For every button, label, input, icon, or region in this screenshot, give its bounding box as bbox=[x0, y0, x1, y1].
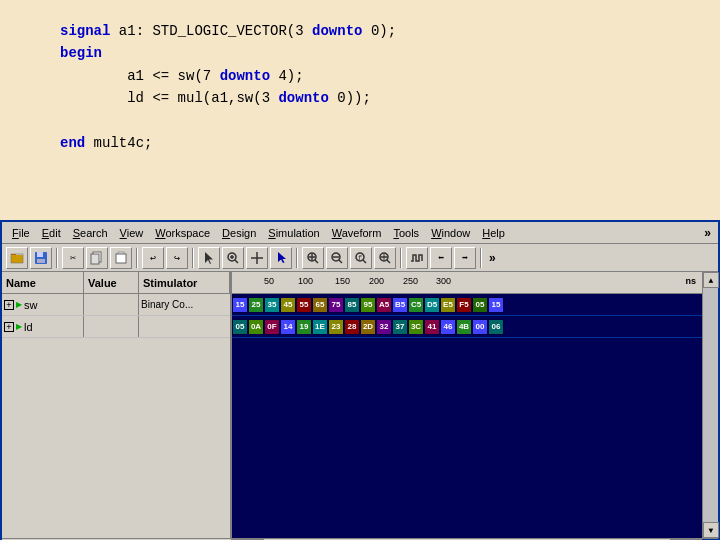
ruler-50: 50 bbox=[264, 276, 274, 286]
code-display: signal a1: STD_LOGIC_VECTOR(3 downto 0);… bbox=[0, 0, 720, 220]
signal-header: Name Value Stimulator bbox=[2, 272, 230, 294]
expand-ld[interactable]: + bbox=[4, 322, 14, 332]
toolbar-wave1-btn[interactable] bbox=[406, 247, 428, 269]
ld-wave-cell-10: 37 bbox=[392, 319, 408, 335]
ld-wave-cell-1: 0A bbox=[248, 319, 264, 335]
sw-wave-cell-6: 75 bbox=[328, 297, 344, 313]
menu-waveform[interactable]: Waveform bbox=[326, 225, 388, 241]
ld-wave-cell-16: 06 bbox=[488, 319, 504, 335]
code-line-2: begin bbox=[60, 42, 690, 64]
arrow-ld: ▶ bbox=[16, 322, 22, 331]
svg-rect-7 bbox=[91, 254, 99, 264]
v-scroll-track bbox=[703, 288, 718, 522]
menu-tools[interactable]: Tools bbox=[387, 225, 425, 241]
wave-cells-ld: 050A0F14191E23282D32373C41464B0006 bbox=[232, 318, 504, 336]
sw-wave-cell-7: 85 bbox=[344, 297, 360, 313]
ld-wave-cell-6: 23 bbox=[328, 319, 344, 335]
menu-design[interactable]: Design bbox=[216, 225, 262, 241]
menu-overflow[interactable]: » bbox=[701, 226, 714, 240]
code-line-1: signal a1: STD_LOGIC_VECTOR(3 downto 0); bbox=[60, 20, 690, 42]
sw-wave-cell-8: 95 bbox=[360, 297, 376, 313]
sw-wave-cell-9: A5 bbox=[376, 297, 392, 313]
svg-line-21 bbox=[315, 260, 318, 263]
sw-wave-cell-15: 05 bbox=[472, 297, 488, 313]
signal-name-ld: + ▶ ld bbox=[2, 316, 84, 337]
toolbar-zoom-full-btn[interactable] bbox=[374, 247, 396, 269]
menu-window[interactable]: Window bbox=[425, 225, 476, 241]
col-header-value: Value bbox=[84, 272, 139, 293]
svg-rect-4 bbox=[37, 252, 43, 257]
menu-file[interactable]: File bbox=[6, 225, 36, 241]
ld-wave-cell-12: 41 bbox=[424, 319, 440, 335]
sw-value bbox=[84, 294, 139, 315]
sw-wave-cell-11: C5 bbox=[408, 297, 424, 313]
sw-wave-cell-14: F5 bbox=[456, 297, 472, 313]
signal-name-sw: + ▶ sw bbox=[2, 294, 84, 315]
sw-wave-cell-10: B5 bbox=[392, 297, 408, 313]
toolbar-undo-btn[interactable]: ↩ bbox=[142, 247, 164, 269]
toolbar-select-btn[interactable] bbox=[198, 247, 220, 269]
ld-wave-cell-13: 46 bbox=[440, 319, 456, 335]
menu-simulation[interactable]: Simulation bbox=[262, 225, 325, 241]
waveform-container: Name Value Stimulator + ▶ sw Binary Co..… bbox=[2, 272, 718, 538]
ld-wave-cell-7: 28 bbox=[344, 319, 360, 335]
ruler-250: 250 bbox=[403, 276, 418, 286]
toolbar-zoom-out-btn[interactable] bbox=[326, 247, 348, 269]
toolbar-wave2-btn[interactable]: ⬅ bbox=[430, 247, 452, 269]
v-scrollbar: ▲ ▼ bbox=[702, 272, 718, 538]
menu-help[interactable]: Help bbox=[476, 225, 511, 241]
svg-text:f: f bbox=[358, 254, 362, 262]
toolbar: ✂ ↩ ↪ f bbox=[2, 244, 718, 272]
sw-wave-cell-2: 35 bbox=[264, 297, 280, 313]
ruler-content: 50 100 150 200 250 300 ns bbox=[236, 272, 698, 293]
ruler-150: 150 bbox=[335, 276, 350, 286]
sw-wave-cell-4: 55 bbox=[296, 297, 312, 313]
v-scroll-up-btn[interactable]: ▲ bbox=[703, 272, 719, 288]
toolbar-sep-6 bbox=[480, 248, 482, 268]
sw-stimulator: Binary Co... bbox=[139, 294, 230, 315]
menu-search[interactable]: Search bbox=[67, 225, 114, 241]
sw-wave-cell-16: 15 bbox=[488, 297, 504, 313]
ld-stimulator bbox=[139, 316, 230, 337]
toolbar-open-btn[interactable] bbox=[6, 247, 28, 269]
ruler-300: 300 bbox=[436, 276, 451, 286]
svg-rect-1 bbox=[11, 255, 23, 263]
toolbar-copy-btn[interactable] bbox=[86, 247, 108, 269]
svg-marker-17 bbox=[278, 252, 286, 263]
svg-line-14 bbox=[235, 260, 238, 263]
ld-wave-cell-11: 3C bbox=[408, 319, 424, 335]
toolbar-cut-btn[interactable]: ✂ bbox=[62, 247, 84, 269]
wave-cells-sw: 152535455565758595A5B5C5D5E5F50515 bbox=[232, 296, 504, 314]
menu-edit[interactable]: Edit bbox=[36, 225, 67, 241]
toolbar-wave3-btn[interactable]: ➡ bbox=[454, 247, 476, 269]
ld-wave-cell-8: 2D bbox=[360, 319, 376, 335]
menu-bar: File Edit Search View Workspace Design S… bbox=[2, 222, 718, 244]
toolbar-zoom-fit-btn[interactable]: f bbox=[350, 247, 372, 269]
toolbar-save-btn[interactable] bbox=[30, 247, 52, 269]
toolbar-sep-4 bbox=[296, 248, 298, 268]
toolbar-paste-btn[interactable] bbox=[110, 247, 132, 269]
wave-ruler: 50 100 150 200 250 300 ns bbox=[232, 272, 702, 294]
sw-wave-cell-13: E5 bbox=[440, 297, 456, 313]
code-line-6: end mult4c; bbox=[60, 132, 690, 154]
toolbar-redo-btn[interactable]: ↪ bbox=[166, 247, 188, 269]
expand-sw[interactable]: + bbox=[4, 300, 14, 310]
menu-workspace[interactable]: Workspace bbox=[149, 225, 216, 241]
sw-wave-cell-3: 45 bbox=[280, 297, 296, 313]
menu-view[interactable]: View bbox=[114, 225, 150, 241]
v-scroll-down-btn[interactable]: ▼ bbox=[703, 522, 719, 538]
svg-line-24 bbox=[339, 260, 342, 263]
toolbar-zoom-in-btn[interactable] bbox=[222, 247, 244, 269]
signal-row-sw: + ▶ sw Binary Co... bbox=[2, 294, 230, 316]
wave-row-sw: 152535455565758595A5B5C5D5E5F50515 bbox=[232, 294, 702, 316]
svg-rect-9 bbox=[116, 254, 126, 263]
toolbar-snap-btn[interactable] bbox=[246, 247, 268, 269]
svg-line-31 bbox=[387, 260, 390, 263]
toolbar-cursor-btn[interactable] bbox=[270, 247, 292, 269]
toolbar-zoom-in2-btn[interactable] bbox=[302, 247, 324, 269]
simulation-window: File Edit Search View Workspace Design S… bbox=[0, 220, 720, 540]
signal-rows: + ▶ sw Binary Co... + ▶ ld bbox=[2, 294, 230, 538]
toolbar-sep-1 bbox=[56, 248, 58, 268]
toolbar-sep-3 bbox=[192, 248, 194, 268]
toolbar-overflow[interactable]: » bbox=[486, 251, 499, 265]
